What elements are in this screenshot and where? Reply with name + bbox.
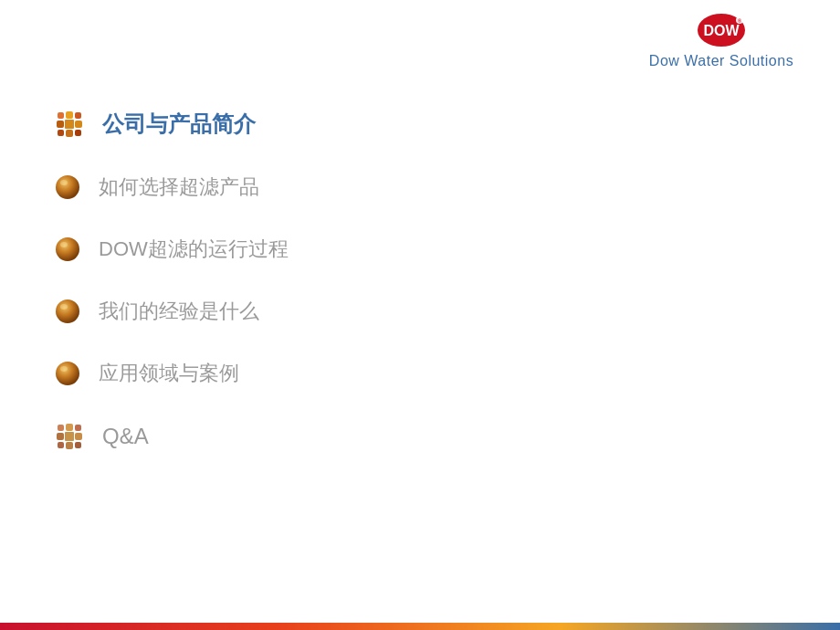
svg-rect-29: [58, 442, 64, 448]
svg-rect-27: [58, 425, 64, 431]
svg-rect-10: [58, 112, 64, 119]
active-bullet-icon: [55, 110, 84, 139]
svg-point-14: [56, 175, 79, 199]
menu-item-4[interactable]: 我们的经验是什么: [55, 298, 803, 325]
svg-rect-30: [75, 442, 81, 448]
menu-text-6: Q&A: [102, 424, 149, 449]
svg-rect-22: [65, 432, 74, 441]
menu-text-3: DOW超滤的运行过程: [99, 236, 289, 263]
svg-point-17: [60, 242, 68, 247]
svg-rect-8: [57, 121, 64, 128]
svg-rect-6: [66, 111, 73, 119]
menu-content: 公司与产品简介 如何选择超滤产品: [55, 110, 803, 486]
svg-rect-24: [66, 442, 73, 449]
svg-rect-28: [75, 425, 81, 431]
svg-rect-23: [66, 424, 73, 431]
menu-item-6[interactable]: Q&A: [55, 422, 803, 451]
svg-rect-13: [75, 130, 81, 136]
menu-text-5: 应用领域与案例: [99, 360, 239, 387]
bullet-icon-5: [55, 361, 80, 386]
bullet-icon-4: [55, 299, 80, 324]
menu-text-4: 我们的经验是什么: [99, 298, 259, 325]
bullet-icon-6: [55, 422, 84, 451]
svg-rect-7: [66, 130, 73, 137]
svg-rect-12: [58, 130, 64, 136]
menu-item-1[interactable]: 公司与产品简介: [55, 110, 803, 139]
svg-point-20: [56, 362, 79, 385]
menu-text-1: 公司与产品简介: [102, 110, 256, 139]
menu-item-5[interactable]: 应用领域与案例: [55, 360, 803, 387]
menu-item-3[interactable]: DOW超滤的运行过程: [55, 236, 803, 263]
svg-rect-25: [57, 433, 64, 440]
slide-page: DOW ® Dow Water Solutions: [0, 0, 840, 630]
svg-point-16: [56, 237, 79, 261]
svg-text:DOW: DOW: [703, 23, 740, 38]
svg-text:®: ®: [738, 18, 741, 24]
bullet-icon-3: [55, 236, 80, 262]
svg-point-21: [60, 366, 68, 372]
svg-rect-9: [75, 121, 82, 128]
header: DOW ® Dow Water Solutions: [603, 0, 840, 82]
svg-point-15: [60, 180, 68, 185]
bottom-accent-bar: [0, 623, 840, 630]
svg-rect-11: [75, 112, 81, 119]
dow-logo-icon: DOW ®: [697, 13, 746, 47]
menu-item-2[interactable]: 如何选择超滤产品: [55, 173, 803, 201]
brand-name: Dow Water Solutions: [649, 53, 793, 69]
svg-rect-5: [65, 120, 74, 129]
bullet-icon-2: [55, 174, 80, 200]
svg-rect-26: [75, 433, 82, 440]
menu-text-2: 如何选择超滤产品: [99, 173, 259, 201]
svg-point-18: [56, 299, 79, 323]
svg-point-19: [60, 304, 68, 310]
